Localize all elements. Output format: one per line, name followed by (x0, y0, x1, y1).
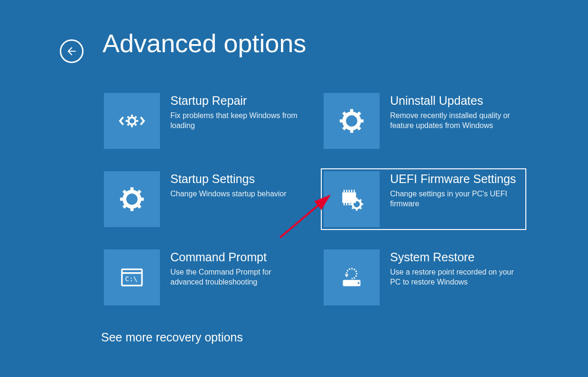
svg-rect-17 (131, 187, 134, 192)
tile-text: Startup Settings Change Windows startup … (170, 171, 304, 199)
svg-line-7 (128, 124, 129, 126)
svg-rect-36 (350, 203, 353, 205)
tile-title: Uninstall Updates (390, 94, 523, 108)
tile-desc: Remove recently installed quality or fea… (390, 110, 518, 131)
tile-desc: Change Windows startup behavior (170, 189, 299, 199)
tile-text: UEFI Firmware Settings Change settings i… (390, 171, 523, 209)
system-restore-icon (324, 249, 380, 305)
see-more-recovery-options-link[interactable]: See more recovery options (101, 331, 243, 344)
tile-uefi-firmware-settings[interactable]: UEFI Firmware Settings Change settings i… (321, 168, 526, 230)
tile-desc: Change settings in your PC's UEFI firmwa… (390, 189, 518, 209)
svg-point-46 (358, 282, 360, 284)
tile-text: Command Prompt Use the Command Prompt fo… (170, 249, 304, 287)
tile-text: System Restore Use a restore point recor… (390, 249, 523, 287)
startup-repair-icon (104, 93, 160, 149)
svg-rect-35 (356, 208, 358, 211)
svg-rect-18 (131, 207, 134, 211)
svg-rect-20 (140, 198, 144, 201)
svg-rect-37 (361, 203, 363, 205)
tile-desc: Use a restore point recorded on your PC … (390, 267, 518, 287)
tile-system-restore[interactable]: System Restore Use a restore point recor… (321, 247, 526, 308)
tile-text: Startup Repair Fix problems that keep Wi… (170, 93, 304, 131)
svg-rect-34 (356, 198, 358, 200)
svg-point-0 (129, 118, 136, 125)
startup-settings-icon (104, 171, 160, 227)
tile-uninstall-updates[interactable]: Uninstall Updates Remove recently instal… (321, 90, 526, 152)
svg-line-6 (135, 117, 137, 118)
tile-title: Startup Settings (170, 172, 304, 186)
arrow-left-icon (65, 45, 78, 57)
page-title: Advanced options (103, 28, 306, 58)
options-grid: Startup Repair Fix problems that keep Wi… (101, 90, 526, 308)
svg-rect-11 (340, 120, 344, 123)
tile-startup-settings[interactable]: Startup Settings Change Windows startup … (101, 168, 307, 230)
svg-rect-19 (120, 198, 124, 201)
svg-rect-12 (359, 120, 364, 123)
winre-advanced-options-screen: Advanced options Startup Repair Fix prob… (0, 0, 588, 377)
tile-startup-repair[interactable]: Startup Repair Fix problems that keep Wi… (101, 90, 307, 152)
command-prompt-icon: C:\ (104, 249, 160, 305)
back-button[interactable] (60, 39, 84, 63)
uefi-firmware-icon (324, 171, 380, 227)
tile-title: System Restore (390, 250, 523, 264)
tile-text: Uninstall Updates Remove recently instal… (390, 93, 523, 131)
tile-title: UEFI Firmware Settings (390, 172, 523, 186)
svg-text:C:\: C:\ (125, 275, 137, 283)
tile-desc: Use the Command Prompt for advanced trou… (170, 267, 299, 287)
tile-title: Startup Repair (170, 94, 304, 108)
uninstall-updates-icon (324, 93, 380, 149)
svg-line-5 (128, 117, 129, 118)
svg-line-8 (135, 124, 137, 126)
tile-command-prompt[interactable]: C:\ Command Prompt Use the Command Promp… (101, 247, 307, 308)
svg-rect-10 (350, 129, 354, 133)
svg-rect-9 (350, 109, 354, 113)
tile-title: Command Prompt (170, 250, 304, 264)
tile-desc: Fix problems that keep Windows from load… (170, 110, 299, 131)
